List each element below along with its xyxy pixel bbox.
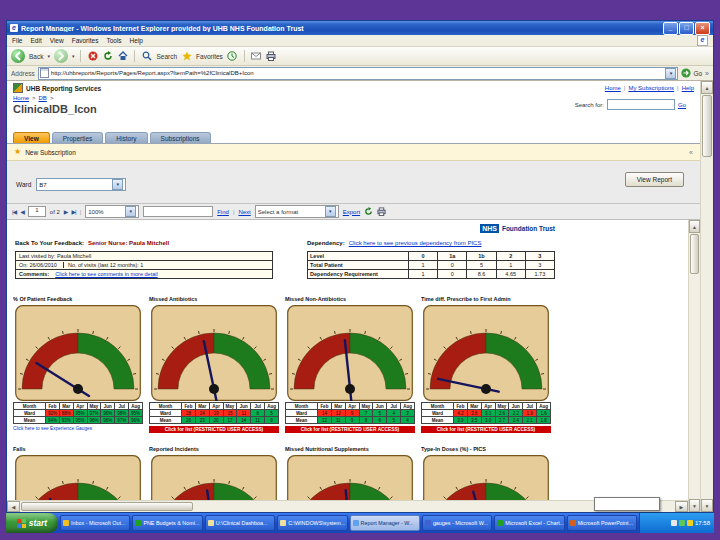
tray-icon[interactable] [687, 520, 693, 526]
top-link[interactable]: My Subscriptions [628, 85, 674, 91]
export-link[interactable]: Export [343, 209, 360, 215]
tray-icon[interactable] [679, 520, 685, 526]
menu-edit[interactable]: Edit [30, 37, 41, 44]
taskbar-button[interactable]: U:\Clinical Dashboa... [205, 515, 275, 531]
search-go-link[interactable]: Go [678, 102, 686, 108]
gauge-link[interactable]: Click for list (RESTRICTED USER ACCESS) [149, 426, 279, 433]
home-button[interactable] [117, 51, 128, 62]
ward-param-select[interactable]: B7 ▾ [36, 178, 126, 191]
stop-button[interactable] [87, 51, 98, 62]
report-horizontal-scrollbar[interactable]: ◀ ▶ [7, 500, 688, 512]
close-button[interactable]: × [695, 22, 710, 35]
gauge-value-cell: 95% [129, 410, 143, 417]
gauge-value-cell: 3 [401, 410, 415, 417]
browser-scroll-thumb[interactable] [702, 95, 712, 157]
menu-favorites[interactable]: Favorites [72, 37, 99, 44]
month-header-cell: Jun [101, 403, 115, 410]
address-dropdown-icon[interactable]: ▾ [665, 68, 676, 79]
mail-icon [251, 51, 261, 61]
taskbar-buttons: Inbox - Microsoft Out...PNE Budgets & No… [58, 513, 639, 533]
find-link[interactable]: Find [217, 209, 229, 215]
taskbar-button[interactable]: Report Manager - W... [350, 515, 420, 531]
report-vertical-scrollbar[interactable]: ▲ ▼ [688, 220, 700, 512]
print-button[interactable] [266, 51, 277, 62]
forward-dropdown-icon[interactable]: ▾ [72, 53, 75, 59]
last-page-button[interactable]: ▶| [71, 208, 75, 215]
next-link[interactable]: Next [238, 209, 250, 215]
scroll-down-icon[interactable]: ▼ [689, 499, 700, 512]
tab-properties[interactable]: Properties [52, 132, 104, 143]
scroll-up-icon[interactable]: ▲ [689, 220, 700, 233]
zoom-dropdown-icon[interactable]: ▾ [125, 206, 136, 217]
comments-link[interactable]: Click here to see comments in more detai… [55, 271, 157, 277]
prev-page-button[interactable]: ◀ [20, 208, 24, 215]
favorites-button[interactable] [181, 51, 192, 62]
tab-view[interactable]: View [13, 132, 50, 143]
taskbar-button-label: C:\WINDOWS\system... [288, 520, 345, 526]
go-button[interactable]: Go [681, 68, 702, 78]
favorites-label[interactable]: Favorites [196, 53, 223, 60]
viewer-print-button[interactable] [377, 207, 386, 217]
tab-subscriptions[interactable]: Subscriptions [150, 132, 211, 143]
first-page-button[interactable]: |◀ [12, 208, 16, 215]
menu-view[interactable]: View [50, 37, 64, 44]
taskbar-app-icon [570, 520, 576, 526]
site-search-input[interactable] [607, 99, 675, 110]
dependency-link[interactable]: Click here to see previous dependency fr… [349, 240, 482, 246]
export-format-select[interactable]: Select a format ▾ [255, 205, 339, 218]
scroll-down-icon[interactable]: ▼ [701, 499, 713, 512]
top-link[interactable]: Home [605, 85, 621, 91]
start-button[interactable]: start [6, 513, 58, 533]
mail-button[interactable] [251, 51, 262, 62]
gauge-link[interactable]: Click for list (RESTRICTED USER ACCESS) [285, 426, 415, 433]
menu-file[interactable]: File [12, 37, 22, 44]
find-text-input[interactable] [143, 206, 213, 217]
new-subscription-button[interactable]: New Subscription [25, 149, 76, 156]
gauge-link[interactable]: Click here to see Experience Gauges [13, 426, 143, 431]
title-bar[interactable]: e Report Manager - Windows Internet Expl… [7, 21, 713, 35]
back-dropdown-icon[interactable]: ▾ [47, 53, 50, 59]
taskbar-button[interactable]: Inbox - Microsoft Out... [60, 515, 130, 531]
address-input[interactable]: http://uhbreports/Reports/Pages/Report.a… [38, 67, 679, 80]
maximize-button[interactable]: □ [679, 22, 694, 35]
taskbar-button[interactable]: PNE Budgets & Nomi... [132, 515, 202, 531]
search-button[interactable] [141, 51, 152, 62]
next-page-button[interactable]: ▶ [64, 208, 68, 215]
scroll-right-icon[interactable]: ▶ [675, 501, 688, 512]
taskbar-button-label: gauges - Microsoft W... [433, 520, 488, 526]
scroll-left-icon[interactable]: ◀ [7, 501, 20, 512]
minimize-button[interactable]: _ [663, 22, 678, 35]
forward-button[interactable] [54, 49, 68, 63]
taskbar-button[interactable]: Microsoft PowerPoint... [567, 515, 637, 531]
gauge-link[interactable]: Click for list (RESTRICTED USER ACCESS) [421, 426, 551, 433]
breadcrumb-link[interactable]: DB [39, 95, 47, 101]
report-scroll-thumb[interactable] [690, 234, 699, 274]
collapse-header-icon[interactable]: « [689, 149, 693, 156]
viewer-refresh-button[interactable] [364, 207, 373, 217]
taskbar-button[interactable]: gauges - Microsoft W... [422, 515, 492, 531]
view-report-button[interactable]: View Report [625, 172, 684, 187]
tray-clock: 17:58 [695, 520, 710, 526]
scroll-up-icon[interactable]: ▲ [701, 81, 713, 94]
format-dropdown-icon[interactable]: ▾ [325, 206, 336, 217]
taskbar-button[interactable]: C:\WINDOWS\system... [277, 515, 347, 531]
tab-history[interactable]: History [105, 132, 147, 143]
horizontal-scroll-thumb[interactable] [21, 502, 193, 511]
links-chevron-icon[interactable]: » [705, 70, 709, 77]
back-button[interactable] [11, 49, 25, 63]
zoom-select[interactable]: 100% ▾ [85, 205, 139, 218]
breadcrumb-link[interactable]: Home [13, 95, 29, 101]
menu-tools[interactable]: Tools [106, 37, 121, 44]
search-label[interactable]: Search [156, 53, 177, 60]
taskbar-button[interactable]: Microsoft Excel - Chart... [494, 515, 564, 531]
top-link[interactable]: Help [682, 85, 694, 91]
menu-help[interactable]: Help [130, 37, 143, 44]
ward-dropdown-icon[interactable]: ▾ [112, 179, 123, 190]
history-button[interactable] [227, 51, 238, 62]
tray-icon[interactable] [671, 520, 677, 526]
refresh-button[interactable] [102, 51, 113, 62]
back-label[interactable]: Back [29, 53, 43, 60]
page-number-input[interactable]: 1 [28, 206, 46, 217]
gauge-value-cell: 14 [237, 417, 251, 424]
browser-vertical-scrollbar[interactable]: ▲ ▼ [700, 81, 713, 512]
